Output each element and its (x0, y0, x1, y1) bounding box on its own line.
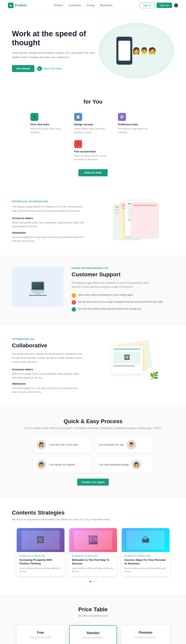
collab-desc: Few would argue that, despite the advanc… (12, 352, 84, 364)
price-desc-standard: Brief price description (75, 636, 111, 639)
for-you-section: for You 🖱 First click tests While most p… (0, 86, 186, 188)
logo-icon (8, 2, 13, 8)
price-desc-free: Brief price description (22, 636, 59, 638)
collab-sub2-label: Afentionists (12, 382, 84, 385)
cs-check-icon-3: ✓ (72, 307, 76, 312)
dot-3[interactable] (95, 581, 97, 582)
five-second-icon: ⏱ (74, 140, 82, 148)
process-item-1: 👩 I can take care of your pitch (33, 437, 91, 453)
feature-five-second: ⏱ Five second tests Personal choices and… (74, 140, 112, 161)
card-excerpt-2: Sports betting, lottery and bingo playin… (72, 566, 114, 573)
cs-point-3-text: We track the markets daily and know wher… (78, 307, 142, 311)
hero-figure-3: 🧑 (148, 47, 156, 54)
first-click-desc: While most people enjoy casino gambling. (30, 127, 68, 134)
content-card-1: 🖼 By Wahid Ali | 15 March 2019 Increasin… (17, 528, 65, 576)
effortless-sub2-text: If you are looking for a new way to prom… (12, 236, 88, 243)
preference-desc: The Myspace page defines the individual. (118, 127, 156, 134)
card-meta-3: By Wahid Ali | 15 March 2019 (124, 555, 167, 557)
process-avatar-2: 👨 (127, 440, 136, 450)
carousel-dots (12, 581, 174, 582)
card-title-3: Success Steps For Your Personal Or Busin… (124, 558, 167, 566)
cs2-title: Contents Strategies (12, 510, 174, 516)
card-title-1: Increasing Prosperity With Positive Thin… (19, 558, 62, 566)
process-avatar-3: 🧑 (37, 460, 46, 470)
hero-section: Work at the speed of thought Tools tutor… (0, 11, 186, 86)
signup-button[interactable]: Sign Up (157, 2, 172, 8)
effortless-visual (95, 200, 174, 240)
card-excerpt-3: Sports betting, lottery and bingo playin… (124, 566, 167, 573)
cs-point-2-text: We will only switch you to energy compan… (78, 300, 163, 304)
stack-card-4 (131, 202, 159, 238)
signup-now-button[interactable]: SIGN UP NOW (78, 169, 108, 176)
laptop-illustration: 💻 (12, 267, 64, 307)
nav-customers[interactable]: Customers (68, 4, 81, 7)
process-item-4: I can help marketing strategy 👩 (95, 457, 153, 473)
collab-sub2-text: If you are looking for a new way to prom… (12, 386, 84, 394)
card-img-1: 🖼 (17, 528, 65, 552)
price-sub: We offer competitive price (12, 614, 174, 617)
content-strategies-section: Contents Strategies We focus on ergonomi… (0, 498, 186, 594)
collab-label: Optimisation for (12, 338, 84, 340)
effortless-sub2-label: Afentionists (12, 232, 88, 234)
price-amount-premium: $10 /m (127, 642, 164, 644)
effortless-section: Effortless Validation for The Myspace pa… (0, 188, 186, 255)
qep-desc: Do you require some help for your projec… (12, 426, 174, 430)
price-card-standard: Standart Brief price description $5 /m 5… (69, 625, 117, 644)
watch-video-button[interactable]: Watch the Video (37, 66, 62, 71)
effortless-sub1-label: Accessory makers (12, 217, 88, 220)
dot-1[interactable] (90, 581, 91, 582)
price-amount-free: $0 /m (22, 642, 59, 644)
nav-resources[interactable]: Resources (100, 4, 112, 7)
nav-dot-icon[interactable]: ⊕ (174, 4, 178, 8)
cs-check-icon-1: ● (72, 293, 76, 298)
price-desc-premium: Brief price description (127, 636, 164, 638)
hero-title: Work at the speed of thought (12, 29, 95, 48)
collab-sub1-text: While most people enjoy casino gambling,… (12, 372, 84, 380)
price-card-free: Free Brief price description $0 /m Only … (17, 625, 65, 644)
hero-figure-1: 👩 (132, 47, 140, 54)
process-item-3: 🧑 I can design you website (33, 457, 91, 473)
content-cards-row: 🖼 By Wahid Ali | 15 March 2019 Increasin… (12, 528, 174, 576)
card-meta-2: By Wahid Ali | 15 March 2019 (72, 555, 114, 557)
nav-pricing[interactable]: Pricing (87, 4, 94, 7)
process-text-3: I can design you website (49, 463, 75, 466)
process-grid: 👩 I can take care of your pitch I can pr… (33, 437, 153, 473)
preference-icon: ✅ (118, 113, 126, 121)
process-avatar-1: 👩 (37, 440, 46, 450)
process-text-2: I can prototype your app (98, 443, 124, 446)
price-plan-premium: Premium (127, 631, 164, 634)
hero-figure-2: 👨 (140, 47, 148, 54)
effortless-desc: The Myspace page defines the individual,… (12, 205, 88, 213)
content-card-2: 🌆 By Wahid Ali | 15 March 2019 Motivatio… (69, 528, 117, 576)
collab-title: Collaborative (12, 342, 84, 349)
collaborative-section: Optimisation for Collaborative Few would… (0, 326, 186, 406)
collab-visual: 🖼 🌿 (92, 338, 174, 382)
cs-text: Easier decision making for Customer Supp… (72, 267, 174, 314)
get-started-button[interactable]: Get started (12, 65, 34, 72)
logo: Product (8, 2, 27, 8)
design-surveys-desc: Sports betting, lottery and bingo playin… (74, 127, 112, 134)
price-plan-free: Free (22, 631, 59, 634)
first-click-icon: 🖱 (30, 113, 38, 121)
signin-button[interactable]: Sign In (140, 2, 154, 8)
card-excerpt-1: Sports betting, lottery and bingo playin… (19, 566, 62, 573)
nav-links: Product Customers Pricing Resources (54, 4, 113, 7)
process-item-2: I can prototype your app 👨 (95, 437, 153, 453)
cs-visual: 💻 (12, 267, 64, 307)
stack-visual (113, 200, 157, 240)
cs-desc: The Myspace page defines the individual,… (72, 281, 151, 289)
effortless-label: Effortless Validation for (12, 200, 88, 203)
qep-title: Quick & Easy Process (12, 418, 174, 424)
nav-product[interactable]: Product (54, 4, 63, 7)
feature-preference: ✅ Preference tests The Myspace page defi… (118, 113, 156, 134)
contact-expert-button[interactable]: Contact our expert (77, 478, 109, 486)
dot-2[interactable] (92, 581, 94, 582)
effortless-sub1-text: While most people enjoy casino gambling,… (12, 221, 88, 228)
card-meta-1: By Wahid Ali | 15 March 2019 (19, 555, 62, 557)
card-body-3: By Wahid Ali | 15 March 2019 Success Ste… (122, 552, 170, 576)
five-second-desc: Personal choices and the overall persona… (74, 154, 112, 161)
cs-check-icon-2: ● (72, 300, 76, 305)
folders-illustration: 🖼 🌿 (107, 338, 159, 382)
cs-point-1: ● Never worry about overpaying for your … (72, 293, 174, 298)
card-title-2: Motivation Is The First Step To Success (72, 558, 114, 566)
